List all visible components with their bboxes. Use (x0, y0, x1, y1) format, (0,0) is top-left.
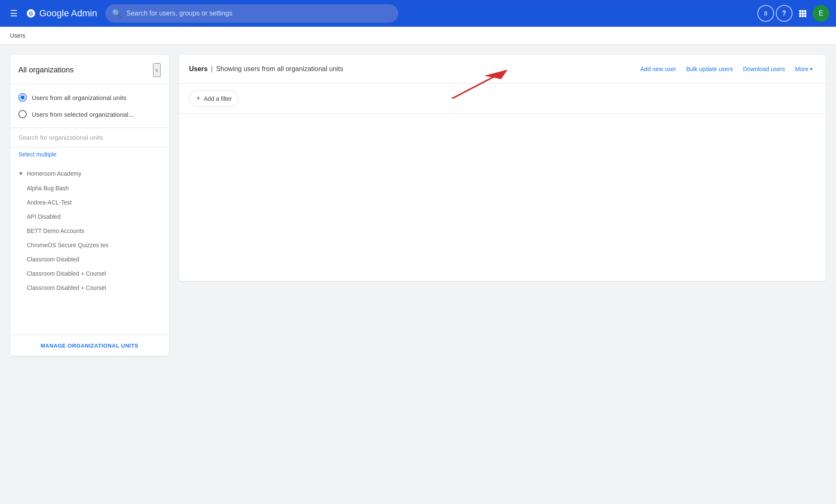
main-panel-wrapper: Users | Showing users from all organizat… (179, 55, 826, 493)
tree-toggle-icon: ▼ (18, 171, 23, 177)
plus-icon: + (196, 94, 201, 103)
add-filter-button[interactable]: + Add a filter (189, 90, 239, 107)
header-actions: 8 ? E (757, 5, 829, 22)
org-search-input[interactable] (18, 134, 161, 141)
list-item[interactable]: Classroom Disabled + Coursel (18, 266, 169, 281)
svg-rect-4 (804, 10, 806, 12)
sidebar-header: All organizations ‹ (10, 55, 169, 84)
add-new-user-button[interactable]: Add new user (637, 63, 680, 75)
global-search-bar[interactable]: 🔍 (105, 4, 398, 23)
chevron-down-icon: ▾ (810, 66, 813, 72)
radio-selected-indicator (18, 110, 27, 118)
radio-all-selected-indicator (18, 93, 27, 102)
list-item[interactable]: Alpha Bug Bash (18, 181, 169, 195)
svg-text:G: G (29, 10, 33, 17)
sidebar-collapse-button[interactable]: ‹ (153, 63, 161, 77)
radio-selected-org-units[interactable]: Users from selected organizational... (10, 106, 169, 123)
sidebar-footer: MANAGE ORGANIZATIONAL UNITS (10, 335, 169, 356)
org-tree-children: Alpha Bug Bash Andrea-ACL-Test API Disab… (10, 181, 169, 295)
svg-rect-3 (802, 10, 804, 12)
svg-rect-8 (799, 15, 801, 17)
grid-icon (798, 9, 807, 18)
google-logo-icon: G (26, 8, 36, 18)
list-item[interactable]: BETT Demo Accounts (18, 224, 169, 238)
main-panel: Users | Showing users from all organizat… (179, 55, 826, 281)
breadcrumb-text: Users (10, 32, 26, 39)
app-logo: G Google Admin (26, 8, 97, 19)
org-root-label: Homeroom Academy (27, 170, 82, 177)
more-button[interactable]: More ▾ (792, 63, 816, 75)
help-icon-button[interactable]: ? (776, 5, 793, 22)
org-tree: ▼ Homeroom Academy Alpha Bug Bash Andrea… (10, 163, 169, 335)
radio-all-org-units[interactable]: Users from all organizational units (10, 89, 169, 106)
radio-all-label: Users from all organizational units (32, 94, 126, 101)
support-icon-button[interactable]: 8 (757, 5, 774, 22)
svg-rect-2 (799, 10, 801, 12)
main-panel-header: Users | Showing users from all organizat… (179, 55, 826, 84)
sidebar: All organizations ‹ Users from all organ… (10, 55, 169, 356)
breadcrumb: Users (0, 27, 836, 45)
svg-rect-7 (804, 13, 806, 15)
panel-actions: Add new user Bulk update users Download … (637, 63, 816, 75)
panel-title-separator: | (211, 65, 212, 73)
sidebar-radio-list: Users from all organizational units User… (10, 84, 169, 128)
list-item[interactable]: Andrea-ACL-Test (18, 195, 169, 210)
filter-bar: + Add a filter (179, 84, 826, 114)
app-logo-text: Google Admin (39, 8, 97, 19)
svg-rect-9 (802, 15, 804, 17)
panel-content-area (179, 114, 826, 281)
add-filter-label: Add a filter (204, 95, 232, 102)
sidebar-search-area[interactable] (10, 128, 169, 148)
global-search-input[interactable] (126, 10, 391, 17)
svg-rect-5 (799, 13, 801, 15)
panel-title-description: Showing users from all organizational un… (216, 65, 343, 73)
download-users-button[interactable]: Download users (740, 63, 788, 75)
app-header: ☰ G Google Admin 🔍 8 ? E (0, 0, 836, 27)
radio-selected-label: Users from selected organizational... (32, 111, 133, 118)
svg-rect-10 (804, 15, 806, 17)
more-label: More (795, 66, 808, 72)
panel-title: Users (189, 65, 207, 73)
panel-title-group: Users | Showing users from all organizat… (189, 65, 630, 73)
manage-org-units-link[interactable]: MANAGE ORGANIZATIONAL UNITS (41, 343, 138, 349)
bulk-update-users-button[interactable]: Bulk update users (683, 63, 736, 75)
list-item[interactable]: Classroom Disabled (18, 252, 169, 266)
sidebar-title: All organizations (18, 66, 74, 74)
select-multiple-link[interactable]: Select multiple (10, 148, 169, 163)
main-content: All organizations ‹ Users from all organ… (0, 45, 836, 503)
apps-grid-icon-button[interactable] (794, 5, 811, 22)
list-item[interactable]: ChromeOS Secure Quizzes tes (18, 238, 169, 252)
list-item[interactable]: Classroom Disabled + Coursel (18, 281, 169, 295)
svg-rect-6 (802, 13, 804, 15)
org-tree-root-item[interactable]: ▼ Homeroom Academy (10, 166, 169, 181)
list-item[interactable]: API Disabled (18, 210, 169, 224)
user-avatar-button[interactable]: E (813, 5, 829, 22)
search-icon: 🔍 (112, 9, 121, 18)
hamburger-menu-icon[interactable]: ☰ (7, 5, 21, 22)
